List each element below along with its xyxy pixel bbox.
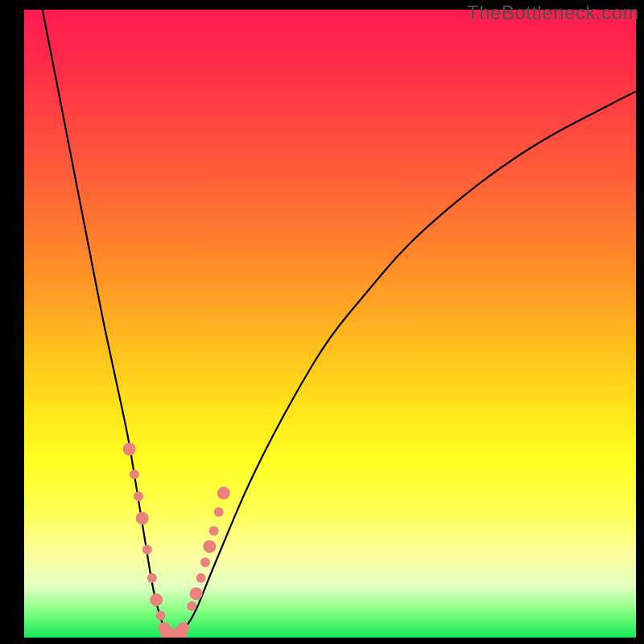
highlight-point — [203, 540, 216, 553]
highlight-point — [147, 573, 157, 583]
highlight-point — [196, 573, 206, 583]
highlight-point — [214, 507, 224, 517]
bottleneck-curve-line — [43, 10, 636, 638]
highlight-point — [130, 469, 139, 479]
highlight-point — [136, 512, 149, 525]
highlight-point — [187, 601, 196, 611]
chart-svg — [24, 10, 636, 638]
watermark-text: TheBottleneck.com — [467, 2, 639, 24]
chart-frame — [24, 10, 636, 638]
highlight-point — [123, 443, 136, 456]
highlight-points-group — [123, 443, 230, 638]
highlight-point — [200, 557, 210, 567]
highlight-point — [209, 526, 219, 535]
highlight-point — [156, 611, 166, 621]
highlight-point — [142, 545, 152, 555]
highlight-point — [190, 587, 203, 600]
highlight-point — [134, 492, 143, 502]
highlight-point — [150, 593, 163, 606]
highlight-point — [217, 487, 230, 500]
highlight-point — [177, 622, 189, 634]
